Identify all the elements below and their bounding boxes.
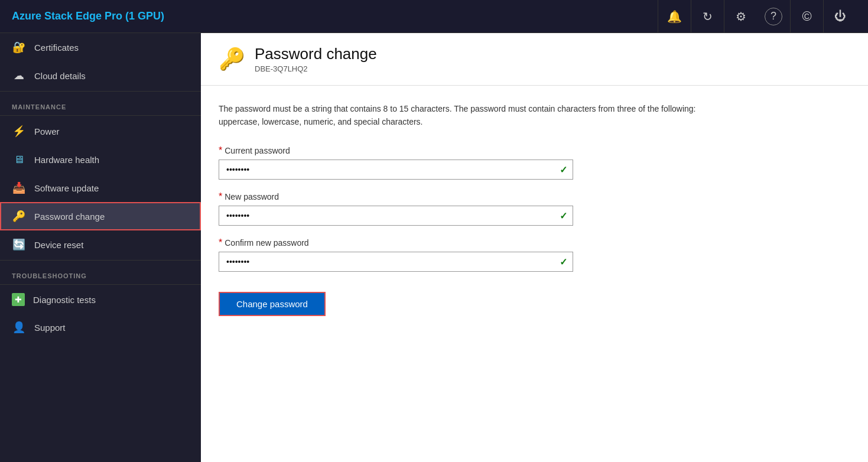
sidebar-item-label: Software update — [34, 183, 99, 193]
sidebar-divider-4 — [0, 284, 201, 285]
sidebar-divider-2 — [0, 115, 201, 116]
sidebar-item-certificates[interactable]: 🔐 Certificates — [0, 33, 201, 61]
sidebar-item-label: Hardware health — [34, 155, 99, 165]
refresh-icon[interactable]: ↻ — [691, 0, 724, 33]
sidebar-item-label: Power — [34, 126, 60, 136]
cloud-icon: ☁ — [12, 69, 26, 83]
app-title: Azure Stack Edge Pro (1 GPU) — [12, 10, 658, 22]
help-icon[interactable]: ? — [765, 8, 782, 25]
page-subtitle: DBE-3Q7LHQ2 — [255, 64, 377, 73]
software-update-icon: 📥 — [12, 181, 26, 195]
page-header-text: Password change DBE-3Q7LHQ2 — [255, 45, 377, 73]
sidebar-item-support[interactable]: 👤 Support — [0, 313, 201, 341]
new-password-input[interactable] — [219, 206, 573, 226]
confirm-password-group: * Confirm new password ✓ — [219, 237, 573, 272]
confirm-password-label-text: Confirm new password — [225, 238, 308, 248]
new-password-label: * New password — [219, 191, 573, 202]
current-password-group: * Current password ✓ — [219, 145, 573, 180]
new-password-group: * New password ✓ — [219, 191, 573, 226]
sidebar-item-label: Device reset — [34, 240, 83, 250]
page-header: 🔑 Password change DBE-3Q7LHQ2 — [201, 33, 868, 86]
sidebar: 🔐 Certificates ☁ Cloud details MAINTENAN… — [0, 33, 201, 462]
new-password-label-text: New password — [225, 192, 279, 201]
new-password-checkmark: ✓ — [560, 210, 567, 221]
confirm-password-input[interactable] — [219, 252, 573, 272]
support-icon: 👤 — [12, 320, 26, 334]
sidebar-item-software-update[interactable]: 📥 Software update — [0, 174, 201, 202]
content-area: 🔑 Password change DBE-3Q7LHQ2 The passwo… — [201, 33, 868, 462]
sidebar-item-label: Support — [34, 323, 66, 333]
sidebar-divider-1 — [0, 91, 201, 92]
required-star-2: * — [219, 191, 222, 202]
sidebar-item-label: Certificates — [34, 43, 79, 53]
sidebar-item-diagnostic-tests[interactable]: ✚ Diagnostic tests — [0, 286, 201, 313]
sidebar-item-label: Cloud details — [34, 71, 86, 81]
maintenance-section-label: MAINTENANCE — [0, 93, 201, 114]
key-icon: 🔑 — [12, 209, 26, 223]
settings-icon[interactable]: ⚙ — [724, 0, 757, 33]
required-star-3: * — [219, 237, 222, 248]
certificates-icon: 🔐 — [12, 40, 26, 54]
required-star-1: * — [219, 145, 222, 156]
topbar-icons: 🔔 ↻ ⚙ ? © ⏻ — [658, 0, 856, 33]
device-reset-icon: 🔄 — [12, 237, 26, 252]
topbar: Azure Stack Edge Pro (1 GPU) 🔔 ↻ ⚙ ? © ⏻ — [0, 0, 868, 33]
main-layout: 🔐 Certificates ☁ Cloud details MAINTENAN… — [0, 33, 868, 462]
current-password-checkmark: ✓ — [560, 164, 567, 175]
bell-icon[interactable]: 🔔 — [658, 0, 691, 33]
sidebar-item-label: Password change — [34, 212, 105, 222]
sidebar-divider-3 — [0, 260, 201, 261]
power-icon[interactable]: ⏻ — [823, 0, 856, 33]
change-password-button[interactable]: Change password — [219, 292, 326, 316]
current-password-label: * Current password — [219, 145, 573, 156]
sidebar-item-cloud-details[interactable]: ☁ Cloud details — [0, 61, 201, 90]
current-password-wrapper: ✓ — [219, 160, 573, 180]
diagnostic-icon: ✚ — [12, 293, 25, 306]
power-bolt-icon: ⚡ — [12, 124, 26, 138]
copyright-icon[interactable]: © — [790, 0, 823, 33]
sidebar-item-hardware-health[interactable]: 🖥 Hardware health — [0, 145, 201, 174]
new-password-wrapper: ✓ — [219, 206, 573, 226]
hardware-icon: 🖥 — [12, 152, 26, 167]
sidebar-item-label: Diagnostic tests — [33, 295, 96, 305]
sidebar-item-device-reset[interactable]: 🔄 Device reset — [0, 230, 201, 259]
page-key-icon: 🔑 — [219, 47, 245, 71]
sidebar-item-power[interactable]: ⚡ Power — [0, 117, 201, 145]
current-password-input[interactable] — [219, 160, 573, 180]
description-text: The password must be a string that conta… — [219, 102, 703, 129]
confirm-password-checkmark: ✓ — [560, 256, 567, 267]
current-password-label-text: Current password — [225, 146, 290, 155]
page-title: Password change — [255, 45, 377, 63]
troubleshooting-section-label: TROUBLESHOOTING — [0, 262, 201, 283]
confirm-password-label: * Confirm new password — [219, 237, 573, 248]
sidebar-item-password-change[interactable]: 🔑 Password change — [0, 202, 201, 230]
confirm-password-wrapper: ✓ — [219, 252, 573, 272]
form-area: The password must be a string that conta… — [201, 86, 868, 333]
